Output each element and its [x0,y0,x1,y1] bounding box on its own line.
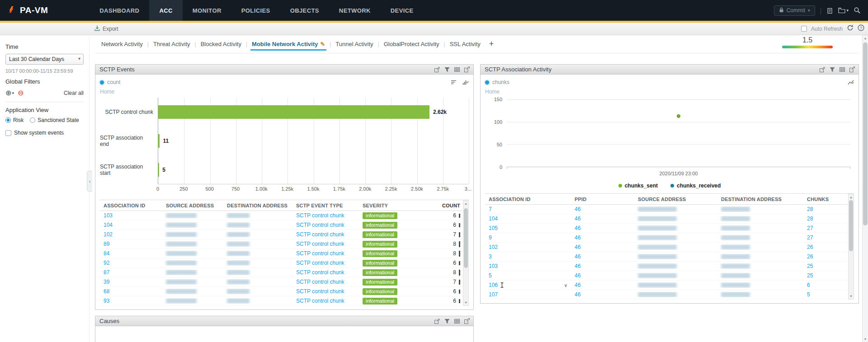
scrollbar-track[interactable] [849,200,854,293]
export-icon[interactable] [849,66,855,73]
chunks-value[interactable]: 26 [807,244,813,250]
nav-item-objects[interactable]: OBJECTS [280,0,329,21]
chunks-value[interactable]: 28 [807,216,813,222]
association-id-link[interactable]: 3 [489,253,492,260]
association-id-link[interactable]: 9 [489,234,492,241]
association-id-link[interactable]: 103 [104,212,113,219]
association-id-link[interactable]: 107 [489,291,498,298]
main-scrollbar[interactable]: ▲ ▼ [862,35,868,342]
sctp-event-type-link[interactable]: SCTP control chunk [296,241,344,247]
refresh-icon[interactable] [847,24,854,33]
search-icon[interactable] [854,7,861,14]
export-icon[interactable] [464,318,470,324]
association-id-link[interactable]: 7 [489,206,492,212]
association-id-link[interactable]: 102 [489,244,498,250]
association-id-link[interactable]: 84 [104,250,109,257]
association-id-link[interactable]: 105 [489,225,498,231]
breadcrumb[interactable]: Home [100,89,114,95]
chunks-value[interactable]: 25 [807,272,813,279]
scroll-down-icon[interactable]: ▼ [863,336,868,342]
tab-globalprotect-activity[interactable]: GlobalProtect Activity [379,35,444,53]
nav-item-policies[interactable]: POLICIES [231,0,280,21]
add-filter-button[interactable]: ⊕ ▾ [5,89,14,97]
edit-tab-icon[interactable]: ✎ [320,41,325,47]
nav-item-monitor[interactable]: MONITOR [183,0,231,21]
scroll-down-icon[interactable]: ▼ [849,293,854,299]
sctp-event-type-link[interactable]: SCTP control chunk [296,222,344,228]
chunks-value[interactable]: 5 [807,291,810,298]
scroll-up-icon[interactable]: ▲ [463,201,468,206]
sctp-event-type-link[interactable]: SCTP control chunk [296,212,344,219]
sctp-event-type-link[interactable]: SCTP control chunk [296,288,344,295]
tab-blocked-activity[interactable]: Blocked Activity [196,35,246,53]
ppid-link[interactable]: 46 [575,282,580,288]
sctp-event-type-link[interactable]: SCTP control chunk [296,298,344,304]
bar-sctp-control-chunk[interactable] [158,105,429,119]
column-header-ppid[interactable]: PPID [571,197,634,202]
remove-filter-button[interactable]: ⊖ [18,89,24,97]
ppid-link[interactable]: 46 [575,263,580,269]
column-header-source-address[interactable]: SOURCE ADDRESS [162,203,223,208]
sctp-event-type-link[interactable]: SCTP control chunk [296,269,344,276]
chunks-value[interactable]: 28 [807,206,813,212]
sctp-event-type-link[interactable]: SCTP control chunk [296,231,344,238]
association-id-link[interactable]: 39 [104,279,109,285]
ppid-link[interactable]: 46 [575,206,580,212]
table-icon[interactable] [454,318,460,324]
add-tab-button[interactable]: + [485,39,498,49]
bar-sctp-association-start[interactable] [158,163,159,177]
linechart-icon[interactable] [848,79,854,85]
filter-icon[interactable] [829,66,835,73]
show-system-events-checkbox[interactable]: Show system events [5,130,84,136]
column-header-destination-address[interactable]: DESTINATION ADDRESS [717,197,803,202]
scroll-up-icon[interactable]: ▲ [849,194,854,200]
config-save-icon[interactable]: ▾ [838,7,849,14]
association-id-link[interactable]: 5 [489,272,492,279]
clear-all-button[interactable]: Clear all [64,90,84,96]
tab-tunnel-activity[interactable]: Tunnel Activity [331,35,377,53]
tab-threat-activity[interactable]: Threat Activity [149,35,195,53]
sctp-event-type-link[interactable]: SCTP control chunk [296,250,344,257]
export-icon[interactable] [464,66,470,73]
auto-refresh-checkbox[interactable] [801,26,807,32]
scroll-down-icon[interactable]: ▼ [463,300,468,305]
nav-item-acc[interactable]: ACC [149,0,182,21]
table-scrollbar[interactable]: ▲ ▼ [848,194,854,300]
scrollbar-thumb[interactable] [464,208,468,268]
column-header-source-address[interactable]: SOURCE ADDRESS [634,197,717,202]
chunks-value[interactable]: 27 [807,225,813,231]
ppid-link[interactable]: 46 [575,272,580,279]
association-id-link[interactable]: 87 [104,269,109,276]
scroll-up-icon[interactable]: ▲ [863,35,868,41]
chunks-value[interactable]: 26 [807,253,813,260]
breadcrumb[interactable]: Home [485,89,500,95]
bar-sctp-association-end[interactable] [158,134,160,148]
table-icon[interactable] [839,66,845,73]
chunks-value[interactable]: 27 [807,234,813,241]
export-button[interactable]: Export [94,25,118,33]
time-range-select[interactable]: Last 30 Calendar Days ▾ [5,54,84,65]
association-id-link[interactable]: 103 [489,263,498,269]
scrollbar-thumb[interactable] [863,42,868,225]
chunks-value[interactable]: 25 [807,263,813,269]
association-id-link[interactable]: 68 [104,288,109,295]
association-id-link[interactable]: 106 [489,282,498,288]
filter-icon[interactable] [444,318,450,324]
scrollbar-thumb[interactable] [849,200,853,251]
maximize-icon[interactable] [434,318,440,324]
tab-ssl-activity[interactable]: SSL Activity [445,35,485,53]
table-icon[interactable] [454,66,460,73]
association-id-link[interactable]: 93 [104,298,109,304]
maximize-icon[interactable] [819,66,826,73]
nav-item-dashboard[interactable]: DASHBOARD [90,0,149,21]
commit-button[interactable]: Commit ▾ [774,5,815,16]
sanctioned-state-radio[interactable]: Sanctioned State [30,117,79,123]
chartedit-icon[interactable] [462,79,469,85]
chunks-value[interactable]: 6 [807,282,810,288]
risk-radio[interactable]: Risk [5,117,24,123]
ppid-link[interactable]: 46 [575,291,580,298]
ppid-link[interactable]: 46 [575,234,580,241]
scrollbar-track[interactable] [463,206,468,300]
chevron-down-icon[interactable]: ∨ [564,283,567,288]
scrollbar-track[interactable] [863,41,868,336]
